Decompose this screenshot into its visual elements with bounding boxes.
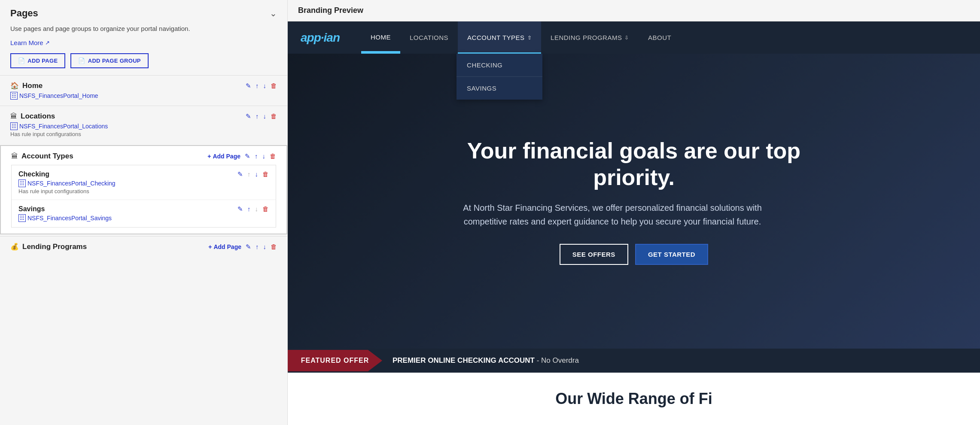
- move-up-icon[interactable]: ↑: [256, 82, 259, 89]
- lending-icon: 💰: [10, 243, 19, 251]
- move-down-icon[interactable]: ↓: [263, 112, 267, 120]
- nav-lending-label: LENDING PROGRAMS: [551, 34, 622, 41]
- lending-chevron: ⇩: [624, 35, 629, 41]
- savings-name: Savings: [18, 205, 45, 212]
- account-types-name: Account Types: [21, 152, 73, 161]
- preview-container: app·ian HOME LOCATIONS ACCOUNT TYPES ⇧: [288, 21, 980, 425]
- delete-icon[interactable]: 🗑: [270, 152, 276, 160]
- hero-section: Your financial goals are our top priorit…: [288, 54, 980, 349]
- plus-icon: +: [208, 243, 212, 250]
- add-page-group-label: ADD PAGE GROUP: [88, 58, 141, 64]
- nav-about-label: ABOUT: [648, 34, 671, 41]
- delete-icon[interactable]: 🗑: [271, 112, 277, 120]
- nav-item-home[interactable]: HOME: [361, 21, 400, 54]
- dropdown-item-savings[interactable]: SAVINGS: [457, 77, 542, 100]
- app-nav: app·ian HOME LOCATIONS ACCOUNT TYPES ⇧: [288, 21, 980, 54]
- page-link-icon: ☷: [10, 92, 18, 100]
- locations-page-link[interactable]: ☷ NSFS_FinancesPortal_Locations: [10, 122, 277, 130]
- move-up-icon[interactable]: ↑: [256, 112, 259, 120]
- pages-title: Pages: [10, 8, 38, 19]
- checking-header: Checking ☷ NSFS_FinancesPortal_Checking …: [18, 170, 269, 194]
- page-link-icon: ☷: [10, 122, 18, 130]
- checking-name: Checking: [18, 170, 49, 178]
- move-up-icon[interactable]: ↑: [255, 152, 258, 160]
- move-down-icon[interactable]: ↓: [263, 82, 267, 89]
- hero-buttons: SEE OFFERS GET STARTED: [462, 244, 806, 265]
- add-page-label: ADD PAGE: [27, 58, 58, 64]
- pages-chevron-icon[interactable]: ⌄: [270, 8, 277, 18]
- plus-icon: +: [207, 153, 211, 160]
- locations-meta: Has rule input configurations: [10, 131, 277, 137]
- add-page-button[interactable]: 📄 ADD PAGE: [10, 53, 65, 68]
- add-page-group-icon: 📄: [78, 58, 85, 64]
- pages-header: Pages ⌄: [0, 0, 287, 24]
- nav-dropdown-wrapper: ACCOUNT TYPES ⇧ CHECKING SAVINGS: [458, 21, 541, 54]
- move-up-icon[interactable]: ↑: [256, 243, 259, 250]
- account-types-actions: + Add Page ✎ ↑ ↓ 🗑: [207, 152, 276, 160]
- checking-actions: ✎ ↑ ↓ 🗑: [237, 170, 269, 178]
- dropdown-item-checking[interactable]: CHECKING: [457, 54, 542, 77]
- featured-text-strong: PREMIER ONLINE CHECKING ACCOUNT: [393, 356, 535, 364]
- nav-account-types-label: ACCOUNT TYPES: [467, 34, 524, 41]
- page-item-left: 🏠 Home: [10, 82, 43, 90]
- featured-label: FEATURED OFFER: [288, 350, 382, 371]
- edit-icon[interactable]: ✎: [237, 170, 243, 178]
- delete-icon[interactable]: 🗑: [262, 170, 269, 178]
- savings-left: Savings ☷ NSFS_FinancesPortal_Savings: [18, 205, 112, 222]
- savings-dropdown-label: SAVINGS: [467, 85, 496, 92]
- savings-link[interactable]: ☷ NSFS_FinancesPortal_Savings: [18, 214, 112, 222]
- delete-icon[interactable]: 🗑: [271, 82, 277, 89]
- locations-left: 🏛 Locations: [10, 112, 55, 121]
- page-item-locations: 🏛 Locations ✎ ↑ ↓ 🗑 ☷ NSFS_FinancesPorta…: [0, 106, 287, 143]
- edit-icon[interactable]: ✎: [246, 82, 251, 90]
- savings-actions: ✎ ↑ ↓ 🗑: [237, 205, 269, 213]
- add-page-label: Add Page: [213, 243, 241, 250]
- account-types-add-page[interactable]: + Add Page: [207, 153, 240, 160]
- see-offers-button[interactable]: SEE OFFERS: [560, 244, 628, 265]
- right-panel: Branding Preview app·ian HOME LOCATIONS: [288, 0, 980, 425]
- edit-icon[interactable]: ✎: [245, 152, 250, 160]
- checking-left: Checking ☷ NSFS_FinancesPortal_Checking …: [18, 170, 116, 194]
- learn-more-link[interactable]: Learn More ↗︎: [10, 39, 277, 46]
- get-started-button[interactable]: GET STARTED: [635, 244, 708, 265]
- nav-item-about[interactable]: ABOUT: [639, 21, 681, 54]
- checking-meta: Has rule input configurations: [18, 188, 116, 194]
- edit-icon[interactable]: ✎: [237, 205, 243, 213]
- move-down-icon[interactable]: ↓: [262, 152, 266, 160]
- account-types-chevron: ⇧: [527, 35, 532, 41]
- lending-add-page[interactable]: + Add Page: [208, 243, 241, 250]
- edit-icon[interactable]: ✎: [246, 112, 251, 120]
- move-down-icon[interactable]: ↓: [255, 205, 259, 212]
- edit-icon[interactable]: ✎: [246, 243, 251, 251]
- locations-page-name: Locations: [21, 112, 55, 121]
- delete-icon[interactable]: 🗑: [262, 205, 269, 212]
- hero-content: Your financial goals are our top priorit…: [462, 137, 806, 265]
- page-item-header: 🏠 Home ✎ ↑ ↓ 🗑: [10, 82, 277, 90]
- move-down-icon[interactable]: ↓: [263, 243, 267, 250]
- checking-dropdown-label: CHECKING: [467, 61, 502, 69]
- nav-item-lending[interactable]: LENDING PROGRAMS ⇩: [541, 21, 639, 54]
- featured-text-rest: - No Overdra: [537, 356, 579, 364]
- branding-header: Branding Preview: [288, 0, 980, 21]
- account-types-icon: 🏛: [11, 152, 18, 160]
- home-page-name: Home: [22, 82, 43, 90]
- home-page-link[interactable]: ☷ NSFS_FinancesPortal_Home: [10, 92, 277, 100]
- add-page-group-button[interactable]: 📄 ADD PAGE GROUP: [70, 53, 148, 68]
- sub-page-checking: Checking ☷ NSFS_FinancesPortal_Checking …: [12, 165, 276, 200]
- nav-item-locations[interactable]: LOCATIONS: [400, 21, 458, 54]
- locations-link-text: NSFS_FinancesPortal_Locations: [19, 123, 108, 130]
- page-item-account-types: 🏛 Account Types + Add Page ✎ ↑ ↓ 🗑: [0, 145, 287, 234]
- pages-list: 🏠 Home ✎ ↑ ↓ 🗑 ☷ NSFS_FinancesPortal_Hom…: [0, 75, 287, 425]
- delete-icon[interactable]: 🗑: [271, 243, 277, 250]
- account-types-dropdown: CHECKING SAVINGS: [457, 54, 542, 100]
- checking-link[interactable]: ☷ NSFS_FinancesPortal_Checking: [18, 179, 116, 187]
- move-down-icon[interactable]: ↓: [255, 170, 259, 178]
- lending-header: 💰 Lending Programs + Add Page ✎ ↑ ↓ 🗑: [10, 243, 277, 251]
- nav-item-account-types[interactable]: ACCOUNT TYPES ⇧: [458, 21, 541, 54]
- move-up-icon[interactable]: ↑: [247, 205, 251, 212]
- checking-link-text: NSFS_FinancesPortal_Checking: [27, 180, 116, 187]
- home-page-actions: ✎ ↑ ↓ 🗑: [246, 82, 277, 90]
- add-page-icon: 📄: [18, 58, 25, 64]
- move-up-icon[interactable]: ↑: [247, 170, 251, 178]
- bottom-title: Our Wide Range of Fi: [305, 390, 963, 408]
